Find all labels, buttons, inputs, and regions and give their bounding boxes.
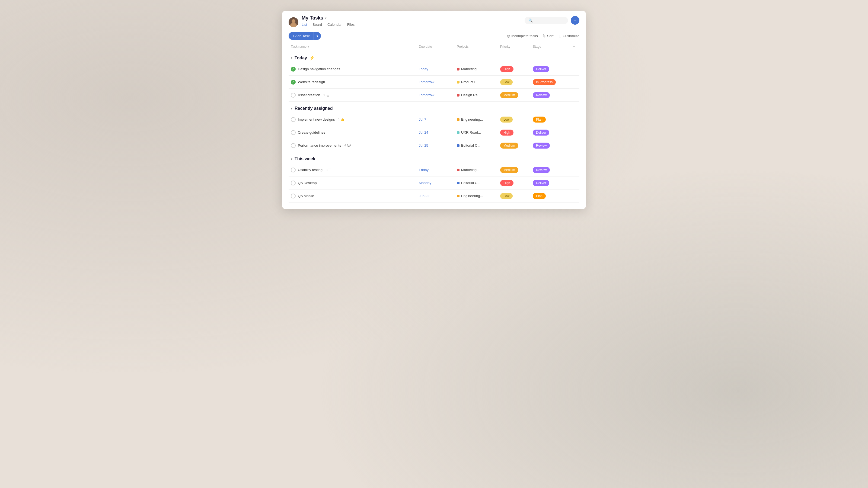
task-checkbox[interactable]	[291, 194, 296, 198]
task-checkbox[interactable]	[291, 93, 296, 98]
avatar[interactable]	[289, 18, 299, 27]
priority-badge: Low	[500, 79, 513, 85]
task-text[interactable]: QA Mobile	[298, 194, 314, 198]
table-container: Task name ▾ Due date Projects Priority S…	[282, 42, 586, 209]
task-row: Performance improvements 4 💬 Jul 25 Edit…	[289, 139, 579, 152]
task-checkbox[interactable]	[291, 143, 296, 148]
due-date-cell: Friday	[416, 168, 455, 172]
task-text[interactable]: Create guidelines	[298, 130, 325, 134]
col-priority: Priority	[498, 45, 531, 48]
tab-files[interactable]: Files	[347, 23, 354, 29]
priority-cell: High	[498, 180, 531, 186]
stage-cell: In Progress	[531, 79, 568, 85]
page-title: My Tasks	[302, 15, 323, 21]
project-dot	[457, 131, 460, 134]
stage-cell: Plan	[531, 193, 568, 199]
col-add[interactable]: +	[568, 45, 579, 48]
project-text: Marketing...	[461, 67, 479, 71]
task-text[interactable]: Implement new designs	[298, 118, 335, 122]
section-chevron-this-week: ▾	[291, 157, 292, 161]
add-task-button[interactable]: + Add Task	[289, 32, 314, 40]
incomplete-tasks-button[interactable]: ◎ Incomplete tasks	[507, 34, 538, 38]
stage-cell: Plan	[531, 117, 568, 123]
svg-point-1	[291, 19, 296, 23]
task-checkbox[interactable]	[291, 181, 296, 186]
task-checkbox[interactable]: ✓	[291, 80, 296, 85]
project-text: Product L...	[461, 80, 479, 84]
task-text[interactable]: QA Desktop	[298, 181, 316, 185]
task-checkbox[interactable]	[291, 117, 296, 122]
tab-list[interactable]: List	[302, 23, 307, 29]
main-window: My Tasks ▾ List Board Calendar Files 🔍 +…	[282, 11, 586, 209]
section-title-this-week: This week	[294, 156, 315, 161]
stage-cell: Deliver	[531, 180, 568, 186]
priority-cell: Low	[498, 79, 531, 85]
section-header-this-week[interactable]: ▾ This week	[289, 152, 579, 163]
stage-badge: Deliver	[533, 66, 549, 72]
stage-cell: Deliver	[531, 66, 568, 72]
section-title-recently-assigned: Recently assigned	[294, 106, 333, 111]
section-header-recently-assigned[interactable]: ▾ Recently assigned	[289, 102, 579, 113]
task-row: Create guidelines Jul 24 UXR Road... Hig…	[289, 126, 579, 139]
project-cell: Engineering...	[455, 194, 498, 198]
section-this-week: ▾ This week Usability testing 3 Friday	[289, 152, 579, 202]
stage-badge: Deliver	[533, 130, 549, 135]
nav-tabs: List Board Calendar Files	[302, 23, 521, 29]
project-dot	[457, 169, 460, 171]
task-text[interactable]: Asset creation	[298, 93, 320, 97]
project-text: Engineering...	[461, 118, 483, 122]
task-text[interactable]: Website redesign	[298, 80, 325, 84]
task-name-cell: Performance improvements 4 💬	[289, 143, 416, 148]
add-button-circle[interactable]: +	[571, 16, 579, 25]
stage-badge: Review	[533, 92, 550, 98]
stage-cell: Review	[531, 142, 568, 149]
tab-board[interactable]: Board	[312, 23, 322, 29]
stage-cell: Deliver	[531, 130, 568, 135]
comment-icon: 4 💬	[344, 144, 351, 147]
priority-cell: Medium	[498, 92, 531, 98]
toolbar-right: ◎ Incomplete tasks ⇅ Sort ⊞ Customize	[507, 34, 579, 38]
priority-cell: Medium	[498, 167, 531, 173]
stage-badge: Plan	[533, 117, 546, 123]
priority-badge: Medium	[500, 142, 518, 149]
project-text: UXR Road...	[461, 130, 481, 134]
like-icon: 1 👍	[338, 118, 344, 121]
svg-rect-5	[327, 96, 329, 97]
header-title-area: My Tasks ▾ List Board Calendar Files	[302, 15, 521, 29]
search-box[interactable]: 🔍	[525, 17, 568, 24]
project-text: Marketing...	[461, 168, 479, 172]
project-dot	[457, 182, 460, 184]
project-dot	[457, 144, 460, 147]
task-meta: 3	[326, 168, 332, 172]
task-row: Asset creation 2 Tomorrow Design Re... M…	[289, 89, 579, 102]
stage-cell: Review	[531, 92, 568, 98]
chevron-down-icon[interactable]: ▾	[325, 16, 327, 20]
task-row: ✓ Website redesign Tomorrow Product L...…	[289, 76, 579, 89]
task-text[interactable]: Design navigation changes	[298, 67, 340, 71]
project-text: Engineering...	[461, 194, 483, 198]
task-name-cell: Asset creation 2	[289, 93, 416, 98]
priority-badge: Medium	[500, 167, 518, 173]
task-text[interactable]: Usability testing	[298, 168, 322, 172]
sort-arrow-icon: ▾	[308, 45, 309, 48]
task-name-cell: ✓ Website redesign	[289, 80, 416, 85]
section-header-today[interactable]: ▾ Today ⚡	[289, 51, 579, 63]
task-checkbox[interactable]	[291, 167, 296, 172]
priority-badge: High	[500, 130, 514, 135]
tab-calendar[interactable]: Calendar	[328, 23, 342, 29]
stage-badge: Review	[533, 142, 550, 149]
task-checkbox[interactable]: ✓	[291, 67, 296, 72]
project-cell: Editorial C...	[455, 181, 498, 185]
sort-button[interactable]: ⇅ Sort	[543, 34, 554, 38]
task-name-cell: QA Desktop	[289, 181, 416, 186]
add-task-dropdown[interactable]: ▾	[314, 32, 321, 40]
project-dot	[457, 195, 460, 197]
task-name-cell: Implement new designs 1 👍	[289, 117, 416, 122]
add-task-group: + Add Task ▾	[289, 32, 321, 40]
due-date-cell: Jul 25	[416, 143, 455, 148]
task-checkbox[interactable]	[291, 130, 296, 135]
customize-button[interactable]: ⊞ Customize	[558, 34, 579, 38]
task-text[interactable]: Performance improvements	[298, 143, 341, 148]
svg-rect-4	[327, 95, 329, 95]
due-date-cell: Tomorrow	[416, 93, 455, 97]
